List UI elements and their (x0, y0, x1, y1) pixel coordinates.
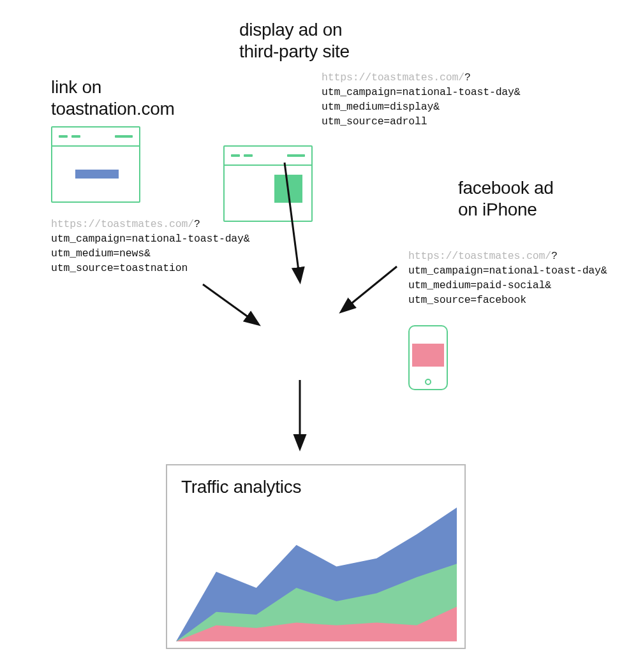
url-param: utm_campaign=national-toast-day& (408, 263, 607, 278)
phone-home-button-icon (425, 379, 431, 385)
url-param: utm_source=facebook (408, 293, 607, 307)
browser-window-icon (51, 126, 140, 203)
url-param: utm_medium=paid-social& (408, 278, 607, 293)
url-qmark: ? (194, 218, 200, 230)
url-param: utm_medium=news& (51, 246, 250, 261)
browser-window-icon (223, 145, 313, 222)
display-ad-icon (274, 175, 302, 203)
url-param: utm_campaign=national-toast-day& (322, 85, 521, 99)
url-qmark: ? (551, 250, 558, 262)
analytics-box: Traffic analytics (166, 464, 466, 649)
url-base: https://toastmates.com/ (322, 71, 464, 84)
hyperlink-icon (75, 170, 119, 179)
url-param: utm_source=adroll (322, 114, 521, 129)
url-base: https://toastmates.com/ (51, 218, 194, 230)
url-param: utm_medium=display& (322, 99, 521, 114)
source-display-ad-url: https://toastmates.com/? utm_campaign=na… (322, 70, 521, 129)
url-qmark: ? (464, 71, 471, 84)
diagram-stage: link on toastnation.com https://toastmat… (0, 0, 638, 672)
title-line: toastnation.com (51, 98, 174, 120)
title-line: display ad on (239, 19, 350, 41)
arrow-toastnation-to-site (203, 284, 258, 324)
title-line: facebook ad (458, 177, 554, 199)
phone-icon (408, 325, 448, 390)
url-param: utm_campaign=national-toast-day& (51, 231, 250, 246)
title-line: link on (51, 77, 174, 98)
source-display-ad-title: display ad on third-party site (239, 19, 350, 62)
title-line: third-party site (239, 41, 350, 62)
source-facebook-title: facebook ad on iPhone (458, 177, 554, 220)
url-base: https://toastmates.com/ (408, 250, 551, 262)
title-line: on iPhone (458, 199, 554, 221)
browser-toolbar-icon (52, 128, 139, 147)
source-toastnation-url: https://toastmates.com/? utm_campaign=na… (51, 217, 250, 275)
analytics-title: Traffic analytics (181, 477, 301, 497)
analytics-area-chart (176, 508, 457, 641)
arrow-facebook-to-site (342, 267, 397, 311)
phone-ad-band-icon (412, 344, 444, 366)
source-facebook-url: https://toastmates.com/? utm_campaign=na… (408, 249, 607, 307)
url-param: utm_source=toastnation (51, 261, 250, 275)
source-toastnation-title: link on toastnation.com (51, 77, 174, 119)
browser-toolbar-icon (225, 147, 311, 166)
